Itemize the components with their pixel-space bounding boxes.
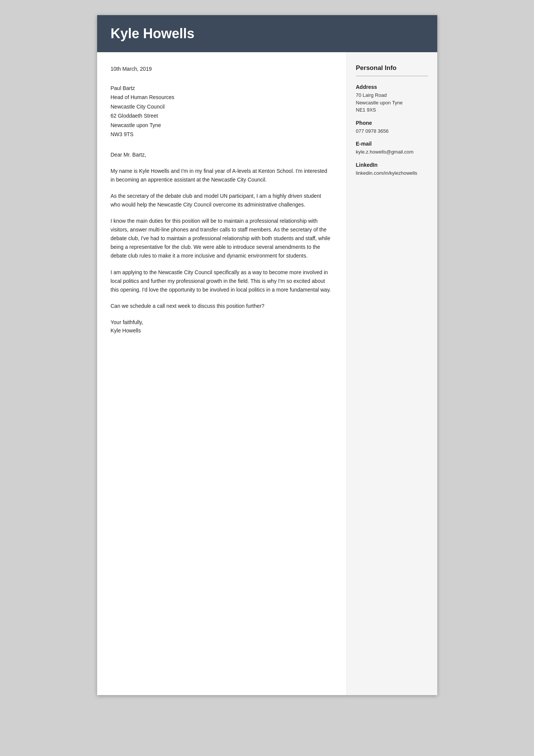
recipient-organization: Newcastle City Council xyxy=(111,102,331,111)
sidebar: Personal Info Address 70 Lairg Road Newc… xyxy=(347,52,437,695)
content-area: 10th March, 2019 Paul Bartz Head of Huma… xyxy=(97,52,437,695)
recipient-city: Newcastle upon Tyne xyxy=(111,121,331,129)
page: Kyle Howells 10th March, 2019 Paul Bartz… xyxy=(97,15,437,695)
sidebar-address-line2: Newcastle upon Tyne xyxy=(356,99,428,107)
recipient-address: Paul Bartz Head of Human Resources Newca… xyxy=(111,84,331,138)
letter-greeting: Dear Mr. Bartz, xyxy=(111,151,331,159)
recipient-street: 62 Gloddaeth Street xyxy=(111,112,331,120)
recipient-name: Paul Bartz xyxy=(111,84,331,92)
sidebar-address-line1: 70 Lairg Road xyxy=(356,92,428,99)
sidebar-address-label: Address xyxy=(356,84,428,90)
sidebar-phone-label: Phone xyxy=(356,120,428,126)
letter-paragraph-2: As the secretary of the debate club and … xyxy=(111,192,331,209)
sidebar-linkedin-value: linkedin.com/in/kylezhowells xyxy=(356,169,428,177)
letter-paragraph-4: I am applying to the Newcastle City Coun… xyxy=(111,268,331,294)
sidebar-address-section: Address 70 Lairg Road Newcastle upon Tyn… xyxy=(356,84,428,114)
sidebar-address-line3: NE1 9XS xyxy=(356,106,428,114)
recipient-postcode: NW3 9TS xyxy=(111,130,331,138)
sidebar-divider xyxy=(356,76,428,76)
sidebar-title: Personal Info xyxy=(356,64,428,72)
closing-name: Kyle Howells xyxy=(111,326,331,335)
sidebar-email-value: kyle.z.howells@gmail.com xyxy=(356,148,428,156)
sidebar-email-section: E-mail kyle.z.howells@gmail.com xyxy=(356,141,428,156)
letter-paragraph-5: Can we schedule a call next week to disc… xyxy=(111,302,331,310)
sidebar-email-label: E-mail xyxy=(356,141,428,147)
letter-date: 10th March, 2019 xyxy=(111,66,331,72)
letter-body: 10th March, 2019 Paul Bartz Head of Huma… xyxy=(97,52,347,695)
letter-paragraph-3: I know the main duties for this position… xyxy=(111,217,331,260)
sidebar-phone-value: 077 0978 3656 xyxy=(356,127,428,135)
recipient-title: Head of Human Resources xyxy=(111,93,331,101)
sidebar-linkedin-label: LinkedIn xyxy=(356,162,428,168)
closing-line: Your faithfully, xyxy=(111,318,331,326)
applicant-name: Kyle Howells xyxy=(111,26,424,42)
letter-closing: Your faithfully, Kyle Howells xyxy=(111,318,331,335)
sidebar-linkedin-section: LinkedIn linkedin.com/in/kylezhowells xyxy=(356,162,428,177)
header: Kyle Howells xyxy=(97,15,437,52)
sidebar-phone-section: Phone 077 0978 3656 xyxy=(356,120,428,135)
letter-paragraph-1: My name is Kyle Howells and I'm in my fi… xyxy=(111,167,331,184)
